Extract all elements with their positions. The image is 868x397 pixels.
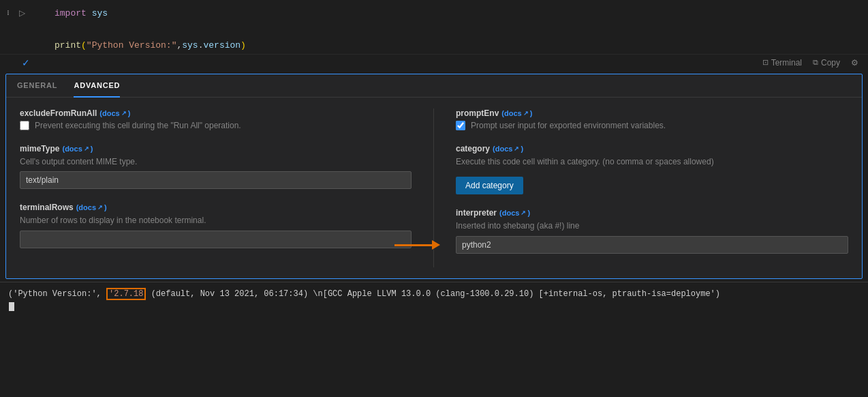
terminal-rows-desc: Number of rows to display in the noteboo… [20,215,412,226]
cell-dots-icon: ··· [0,10,16,14]
settings-right-col: promptEnv (docs ↗ ) Prompt user input fo… [434,108,848,268]
tab-general[interactable]: GENERAL [17,74,57,98]
settings-left-col: excludeFromRunAll (docs ↗ ) Prevent exec… [20,108,434,268]
tab-advanced[interactable]: ADVANCED [74,74,120,98]
output-prefix: ('Python Version:', [8,289,106,299]
prompt-env-docs-link[interactable]: (docs ↗ ) [501,109,532,117]
prompt-env-checkbox-row: Prompt user input for exported environme… [456,121,848,130]
exclude-checkbox-row: Prevent executing this cell during the "… [20,121,412,130]
external-link-icon-5: ↗ [514,145,519,152]
category-desc: Execute this code cell within a category… [456,156,848,168]
interpreter-group: interpreter (docs ↗ ) Inserted into sheb… [456,208,848,254]
mime-desc: Cell's output content MIME type. [20,156,412,168]
mime-label: mimeType (docs ↗ ) [20,144,412,153]
cell-check-icon: ✓ [16,56,35,70]
code-line-2: print("Python Version:", sys.version) [33,38,868,54]
terminal-icon: ⊡ [762,58,769,67]
exclude-from-run-all-group: excludeFromRunAll (docs ↗ ) Prevent exec… [20,108,412,130]
settings-button[interactable]: ⚙ [847,57,863,69]
prompt-env-label: promptEnv (docs ↗ ) [456,108,848,118]
exclude-checkbox-label: Prevent executing this cell during the "… [35,121,241,130]
add-category-button[interactable]: Add category [456,177,523,194]
cursor [9,302,14,311]
paren-open: ( [81,39,87,53]
interpreter-docs-link[interactable]: (docs ↗ ) [499,209,530,217]
copy-icon: ⧉ [813,58,818,67]
mime-type-input[interactable] [20,171,412,189]
arrow-head [432,240,440,250]
var-sys: sys [182,39,198,53]
mime-docs-link[interactable]: (docs ↗ ) [62,145,93,153]
copy-label: Copy [821,58,840,68]
terminal-button[interactable]: ⊡ Terminal [758,57,806,69]
copy-button[interactable]: ⧉ Copy [809,57,844,69]
terminal-rows-input[interactable] [20,231,412,248]
external-link-icon-2: ↗ [84,145,89,152]
external-link-icon-4: ↗ [523,110,529,117]
gear-icon: ⚙ [851,58,858,68]
keyword-import: import [55,7,87,20]
exclude-docs-link[interactable]: (docs ↗ ) [99,109,130,117]
exclude-checkbox[interactable] [20,121,29,130]
module-name: sys [92,7,108,20]
external-link-icon-6: ↗ [521,209,526,216]
code-line-1: import sys [33,5,868,22]
settings-tabs: GENERAL ADVANCED [6,74,862,98]
external-link-icon: ↗ [121,110,127,117]
mime-type-group: mimeType (docs ↗ ) Cell's output content… [20,144,412,190]
string-literal: "Python Version:" [87,39,177,53]
exclude-label: excludeFromRunAll (docs ↗ ) [20,108,412,118]
output-area: ('Python Version:', '2.7.18 (default, No… [0,282,868,397]
terminal-rows-group: terminalRows (docs ↗ ) Number of rows to… [20,203,412,248]
terminal-rows-label: terminalRows (docs ↗ ) [20,203,412,212]
attr-version: version [203,39,241,53]
run-button[interactable]: ▷ [19,8,25,18]
terminal-label: Terminal [771,58,802,68]
prompt-env-checkbox[interactable] [456,121,465,130]
code-line-blank [33,22,868,38]
output-line-1: ('Python Version:', '2.7.18 (default, No… [8,288,860,300]
prompt-env-group: promptEnv (docs ↗ ) Prompt user input fo… [456,108,848,130]
func-name: print [55,39,81,53]
interpreter-input[interactable] [456,236,848,254]
output-line-2 [8,300,860,312]
category-group: category (docs ↗ ) Execute this code cel… [456,144,848,195]
external-link-icon-3: ↗ [97,204,103,211]
interpreter-label: interpreter (docs ↗ ) [456,208,848,218]
terminal-rows-docs-link[interactable]: (docs ↗ ) [76,203,107,211]
settings-panel: GENERAL ADVANCED excludeFromRunAll (docs… [5,74,863,280]
interpreter-desc: Inserted into shebang (aka #!) line [456,220,848,232]
prompt-env-checkbox-label: Prompt user input for exported environme… [471,121,666,130]
paren-close: ) [241,39,246,53]
output-highlighted: '2.7.18 [106,288,146,300]
arrow-line [394,244,432,246]
output-suffix: (default, Nov 13 2021, 06:17:34) \n[GCC … [146,289,720,299]
category-docs-link[interactable]: (docs ↗ ) [493,145,523,153]
category-label: category (docs ↗ ) [456,144,848,153]
